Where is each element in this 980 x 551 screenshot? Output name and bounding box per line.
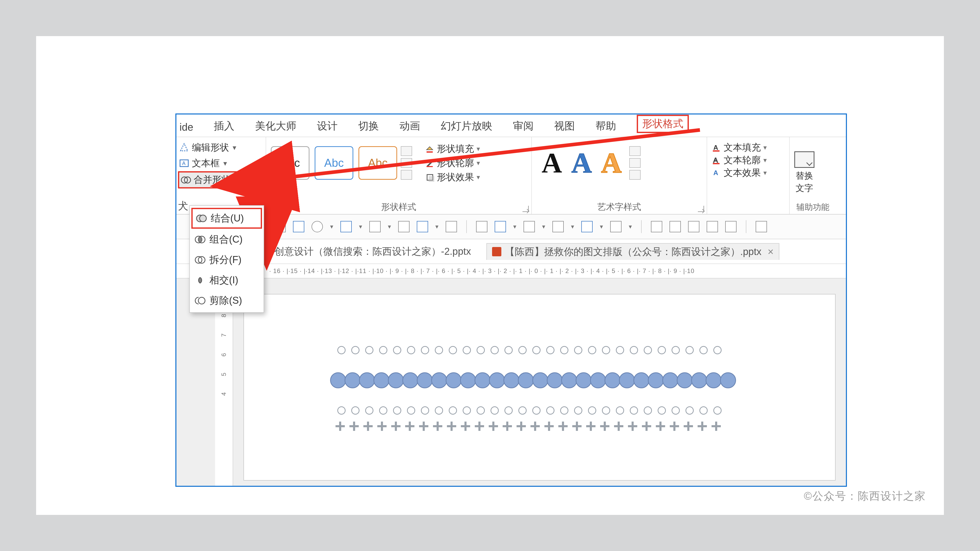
qat-item[interactable] <box>651 221 662 232</box>
slide-preview[interactable] <box>243 294 835 481</box>
document-tab-2[interactable]: 【陈西】拯救你的图文排版（公众号：陈西设计之家）.pptx × <box>487 243 780 260</box>
text-box-button[interactable]: A 文本框 ▾ <box>178 156 261 171</box>
chevron-down-icon: ▾ <box>232 143 236 152</box>
selected-shapes[interactable] <box>332 346 819 449</box>
edit-shape-label: 编辑形状 <box>192 141 229 154</box>
qat-item[interactable] <box>476 221 487 232</box>
qat-item[interactable] <box>445 221 457 232</box>
fill-bucket-icon <box>425 144 434 153</box>
qat-item[interactable] <box>670 221 681 232</box>
svg-text:A: A <box>713 156 718 164</box>
close-icon[interactable]: × <box>768 246 774 257</box>
group-label-leftover: 犬 <box>178 199 188 213</box>
qat-item[interactable] <box>312 221 323 232</box>
tab-insert[interactable]: 插入 <box>204 116 245 137</box>
qat-item[interactable] <box>725 221 737 232</box>
alt-text-button[interactable]: 替换 文字 <box>794 151 815 194</box>
svg-rect-8 <box>429 176 434 182</box>
qat-item[interactable] <box>552 221 564 232</box>
outline-pen-icon <box>425 158 434 168</box>
style-swatch-3[interactable]: Abc <box>358 146 397 180</box>
quick-access-toolbar: ▾ ▾ ▾ ▾ ▾ ▾ ▾ ▾ ▾ <box>177 214 846 239</box>
slide-frame: ide 插入 美化大师 设计 切换 动画 幻灯片放映 审阅 视图 帮助 形状格式… <box>36 36 944 515</box>
ribbon-tabs: ide 插入 美化大师 设计 切换 动画 幻灯片放映 审阅 视图 帮助 形状格式 <box>177 114 846 137</box>
chevron-down-icon: ▾ <box>223 159 227 168</box>
wordart-swatch-3[interactable]: A <box>601 149 622 177</box>
horizontal-ruler: · 16 · |·15 · |·14 · |·13 · |·12 · |·11 … <box>177 264 846 278</box>
tab-beautify[interactable]: 美化大师 <box>245 116 307 137</box>
menu-combine[interactable]: 组合(C) <box>190 229 264 249</box>
text-effects-icon: A <box>712 168 721 178</box>
tab-slideshow[interactable]: 幻灯片放映 <box>430 116 503 137</box>
text-box-label: 文本框 <box>192 157 220 170</box>
watermark-text: ©公众号：陈西设计之家 <box>804 489 926 503</box>
edit-shape-button[interactable]: 编辑形状 ▾ <box>178 140 261 156</box>
text-effects-button[interactable]: A 文本效果▾ <box>712 167 784 179</box>
group-accessibility: 替换 文字 辅助功能 <box>790 137 836 214</box>
merge-shapes-icon <box>181 175 191 185</box>
subtract-icon <box>195 295 205 306</box>
qat-item[interactable] <box>340 221 352 232</box>
group-text-options: A 文本填充▾ A 文本轮廓▾ A 文本效果▾ <box>707 137 790 214</box>
handles-top <box>332 346 819 354</box>
group-wordart-styles: A A A 艺术字样式 <box>532 137 707 214</box>
style-swatch-1[interactable]: Abc <box>271 146 309 180</box>
dialog-launcher-icon[interactable] <box>522 206 529 212</box>
qat-item[interactable] <box>581 221 593 232</box>
qat-item[interactable] <box>756 221 767 232</box>
ribbon-body: 编辑形状 ▾ A 文本框 ▾ 合并形状 ▾ 犬 <box>177 137 846 214</box>
shape-effects-button[interactable]: 形状效果▾ <box>425 171 480 184</box>
wordart-swatch-2[interactable]: A <box>571 149 592 177</box>
qat-item[interactable] <box>523 221 535 232</box>
wordart-swatch-1[interactable]: A <box>542 149 562 177</box>
svg-rect-10 <box>713 150 719 152</box>
group-label: 形状样式 <box>266 201 531 213</box>
merge-shapes-button[interactable]: 合并形状 ▾ <box>178 171 261 189</box>
powerpoint-icon <box>492 247 501 256</box>
group-insert-shapes: 编辑形状 ▾ A 文本框 ▾ 合并形状 ▾ 犬 <box>177 137 266 214</box>
tab-view[interactable]: 视图 <box>544 116 585 137</box>
group-label: 艺术字样式 <box>532 201 706 213</box>
document-tab-1[interactable]: 创意设计（微信搜索：陈西设计之家）-2.pptx <box>269 243 476 260</box>
tab-partial[interactable]: ide <box>177 119 204 137</box>
qat-item[interactable] <box>706 221 718 232</box>
slide-canvas-area: 9 8 7 6 5 4 <box>177 278 846 486</box>
text-fill-button[interactable]: A 文本填充▾ <box>712 141 784 154</box>
menu-subtract[interactable]: 剪除(S) <box>190 290 264 311</box>
tab-shape-format[interactable]: 形状格式 <box>627 113 699 137</box>
menu-union[interactable]: 结合(U) <box>191 208 262 229</box>
text-outline-icon: A <box>712 156 721 165</box>
svg-rect-6 <box>426 166 433 167</box>
qat-item[interactable] <box>495 221 506 232</box>
screenshot-region: ide 插入 美化大师 设计 切换 动画 幻灯片放映 审阅 视图 帮助 形状格式… <box>175 113 847 487</box>
text-outline-button[interactable]: A 文本轮廓▾ <box>712 154 784 167</box>
qat-item[interactable] <box>398 221 409 232</box>
tab-transition[interactable]: 切换 <box>348 116 389 137</box>
qat-item[interactable] <box>688 221 699 232</box>
tab-design[interactable]: 设计 <box>307 116 348 137</box>
qat-item[interactable] <box>417 221 428 232</box>
qat-item[interactable] <box>610 221 622 232</box>
shape-outline-button[interactable]: 形状轮廓▾ <box>425 157 480 169</box>
svg-point-20 <box>198 297 205 304</box>
combine-icon <box>195 234 205 245</box>
qat-item[interactable] <box>369 221 381 232</box>
qat-item[interactable] <box>293 221 304 232</box>
menu-intersect[interactable]: 相交(I) <box>190 270 264 290</box>
dialog-launcher-icon[interactable] <box>698 206 704 212</box>
menu-fragment[interactable]: 拆分(F) <box>190 249 264 270</box>
group-label: 辅助功能 <box>790 202 836 213</box>
fragment-icon <box>195 255 205 265</box>
tab-review[interactable]: 审阅 <box>503 116 544 137</box>
gallery-scroll[interactable] <box>401 146 412 180</box>
qat-item[interactable] <box>274 221 286 232</box>
gallery-scroll[interactable] <box>629 146 641 180</box>
effects-icon <box>425 173 434 182</box>
svg-rect-12 <box>713 163 719 164</box>
group-shape-styles: Abc Abc Abc 形状填充▾ 形状轮廓▾ <box>266 137 532 214</box>
style-swatch-2[interactable]: Abc <box>315 146 353 180</box>
svg-text:A: A <box>182 160 186 166</box>
tab-help[interactable]: 帮助 <box>585 116 627 137</box>
tab-animation[interactable]: 动画 <box>389 116 430 137</box>
shape-fill-button[interactable]: 形状填充▾ <box>425 143 480 155</box>
